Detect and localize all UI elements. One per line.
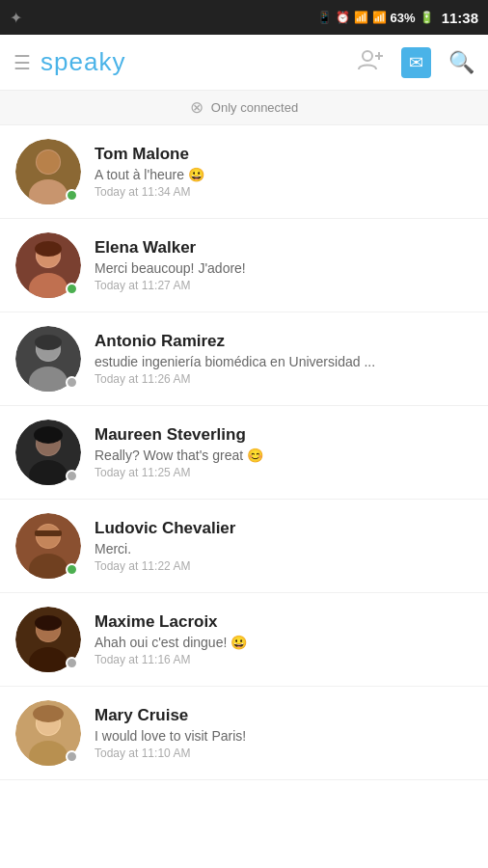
conversation-content: Tom Malone A tout à l'heure 😀 Today at 1… bbox=[95, 145, 473, 199]
time-display: 11:38 bbox=[442, 10, 478, 26]
name-row: Tom Malone bbox=[95, 145, 473, 164]
conversation-content: Mary Cruise I would love to visit Paris!… bbox=[95, 706, 473, 760]
contact-name: Maureen Steverling bbox=[95, 425, 246, 445]
avatar-wrap bbox=[15, 607, 81, 672]
device-icon: 📱 bbox=[317, 11, 332, 24]
status-dot bbox=[66, 470, 78, 482]
conversation-content: Ludovic Chevalier Merci. Today at 11:22 … bbox=[95, 519, 473, 573]
last-message: Really? Wow that's great 😊 bbox=[95, 448, 473, 463]
nav-bar: ☰ speaky ✉ 🔍 bbox=[0, 35, 488, 91]
conversation-item-ludovic-chevalier[interactable]: Ludovic Chevalier Merci. Today at 11:22 … bbox=[0, 500, 488, 593]
last-message: Merci beaucoup! J'adore! bbox=[95, 260, 473, 276]
svg-point-11 bbox=[35, 241, 62, 257]
svg-point-31 bbox=[35, 615, 62, 631]
last-message: Merci. bbox=[95, 541, 473, 556]
menu-icon[interactable]: ☰ bbox=[14, 51, 31, 74]
contact-name: Elena Walker bbox=[95, 238, 196, 258]
name-row: Mary Cruise bbox=[95, 706, 473, 725]
svg-point-6 bbox=[37, 150, 60, 174]
avatar-wrap bbox=[15, 420, 81, 485]
status-bar-left: ✦ bbox=[10, 9, 22, 27]
battery-icon: 🔋 bbox=[420, 11, 434, 24]
avatar-wrap bbox=[15, 700, 81, 766]
avatar-wrap bbox=[15, 326, 81, 392]
svg-point-21 bbox=[34, 426, 63, 444]
filter-bar: ⊗ Only connected bbox=[0, 91, 488, 125]
svg-point-16 bbox=[35, 335, 62, 350]
conversation-item-mary-cruise[interactable]: Mary Cruise I would love to visit Paris!… bbox=[0, 687, 488, 780]
conversation-item-maxime-lacroix[interactable]: Maxime Lacroix Ahah oui c'est dingue! 😀 … bbox=[0, 593, 488, 687]
last-message: Ahah oui c'est dingue! 😀 bbox=[95, 635, 473, 650]
filter-label[interactable]: Only connected bbox=[211, 100, 298, 115]
contact-name: Mary Cruise bbox=[95, 706, 188, 725]
status-dot bbox=[66, 657, 78, 669]
avatar-wrap bbox=[15, 139, 81, 204]
name-row: Antonio Ramirez bbox=[95, 332, 473, 351]
nav-actions: ✉ 🔍 bbox=[357, 47, 474, 78]
conversation-item-antonio-ramirez[interactable]: Antonio Ramirez estudie ingeniería biomé… bbox=[0, 312, 488, 406]
status-bar-right: 📱 ⏰ 📶 📶 63% 🔋 11:38 bbox=[317, 10, 478, 26]
last-message: A tout à l'heure 😀 bbox=[95, 167, 473, 182]
link-icon: ⊗ bbox=[190, 97, 203, 118]
add-person-icon[interactable] bbox=[357, 48, 384, 76]
conversation-item-maureen-steverling[interactable]: Maureen Steverling Really? Wow that's gr… bbox=[0, 406, 488, 500]
message-time: Today at 11:22 AM bbox=[95, 559, 473, 573]
status-dot bbox=[66, 563, 78, 576]
contact-name: Ludovic Chevalier bbox=[95, 519, 235, 538]
battery-text: 63% bbox=[391, 11, 416, 25]
name-row: Ludovic Chevalier bbox=[95, 519, 473, 538]
message-time: Today at 11:25 AM bbox=[95, 466, 473, 479]
contact-name: Antonio Ramirez bbox=[95, 332, 225, 351]
message-time: Today at 11:26 AM bbox=[95, 372, 473, 386]
last-message: estudie ingeniería biomédica en Universi… bbox=[95, 354, 473, 369]
contact-name: Maxime Lacroix bbox=[95, 612, 218, 632]
contact-name: Tom Malone bbox=[95, 145, 189, 164]
conversation-content: Antonio Ramirez estudie ingeniería biomé… bbox=[95, 332, 473, 386]
message-time: Today at 11:10 AM bbox=[95, 746, 473, 760]
name-row: Maxime Lacroix bbox=[95, 612, 473, 632]
status-dot bbox=[66, 750, 78, 763]
status-dot bbox=[66, 189, 78, 202]
message-time: Today at 11:27 AM bbox=[95, 279, 473, 292]
status-dot bbox=[66, 376, 78, 389]
avatar-wrap bbox=[15, 232, 81, 298]
name-row: Elena Walker bbox=[95, 238, 473, 258]
conversation-list: Tom Malone A tout à l'heure 😀 Today at 1… bbox=[0, 125, 488, 868]
avatar-wrap bbox=[15, 513, 81, 579]
conversation-content: Maxime Lacroix Ahah oui c'est dingue! 😀 … bbox=[95, 612, 473, 666]
search-icon[interactable]: 🔍 bbox=[448, 50, 474, 75]
last-message: I would love to visit Paris! bbox=[95, 728, 473, 744]
svg-point-36 bbox=[33, 705, 64, 722]
signal-icon: 📶 bbox=[372, 11, 387, 24]
name-row: Maureen Steverling bbox=[95, 425, 473, 445]
conversation-content: Maureen Steverling Really? Wow that's gr… bbox=[95, 425, 473, 479]
conversation-item-elena-walker[interactable]: Elena Walker Merci beaucoup! J'adore! To… bbox=[0, 219, 488, 312]
conversation-content: Elena Walker Merci beaucoup! J'adore! To… bbox=[95, 238, 473, 292]
app-logo: speaky bbox=[41, 47, 357, 77]
message-time: Today at 11:34 AM bbox=[95, 185, 473, 199]
messages-icon[interactable]: ✉ bbox=[401, 47, 431, 78]
status-bar: ✦ 📱 ⏰ 📶 📶 63% 🔋 11:38 bbox=[0, 0, 488, 35]
conversation-item-tom-malone[interactable]: Tom Malone A tout à l'heure 😀 Today at 1… bbox=[0, 125, 488, 219]
status-dot bbox=[66, 283, 78, 295]
alarm-icon: ⏰ bbox=[336, 11, 350, 24]
svg-rect-26 bbox=[35, 530, 62, 536]
message-time: Today at 11:16 AM bbox=[95, 653, 473, 666]
svg-point-0 bbox=[363, 51, 372, 61]
settings-icon: ✦ bbox=[10, 9, 22, 27]
wifi-icon: 📶 bbox=[354, 11, 368, 24]
